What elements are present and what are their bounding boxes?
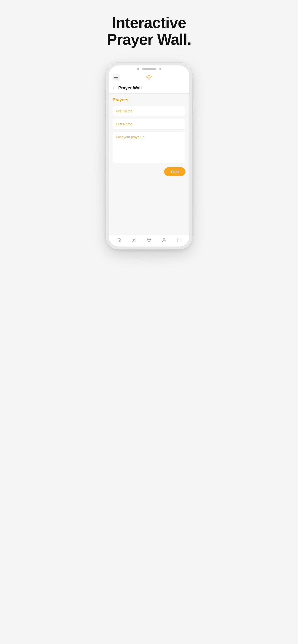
logo-icon <box>145 74 153 81</box>
page-header: ← Prayer Wall <box>109 83 189 94</box>
headline-line2: Prayer Wall. <box>107 31 191 48</box>
first-name-input[interactable] <box>112 106 186 116</box>
speaker-grille <box>142 68 157 70</box>
form-content: Prayers Post <box>109 94 189 234</box>
phone-mockup: ← Prayer Wall Prayers Post <box>99 62 199 250</box>
headline-line1: Interactive <box>112 14 186 32</box>
phone-frame: ← Prayer Wall Prayers Post <box>106 62 192 250</box>
sensor-icon <box>159 68 161 70</box>
chat-icon <box>131 238 136 243</box>
home-icon <box>116 238 121 243</box>
app-header <box>109 72 189 83</box>
svg-point-3 <box>148 239 150 240</box>
page-headline: Interactive Prayer Wall. <box>107 14 191 48</box>
post-button[interactable]: Post <box>164 167 186 176</box>
nav-location[interactable] <box>146 238 152 243</box>
page-title: Prayer Wall <box>118 86 141 90</box>
hamburger-line <box>114 76 118 76</box>
news-icon <box>177 238 182 243</box>
prayers-section-label: Prayers <box>112 98 186 102</box>
hamburger-menu-button[interactable] <box>112 74 120 80</box>
nav-person[interactable] <box>162 238 167 243</box>
bottom-navigation <box>109 234 189 246</box>
svg-point-0 <box>148 78 150 80</box>
last-name-input[interactable] <box>112 119 186 130</box>
nav-news[interactable] <box>177 238 182 243</box>
svg-point-4 <box>163 238 165 240</box>
nav-chat[interactable] <box>131 238 136 243</box>
post-button-row: Post <box>112 167 186 176</box>
location-icon <box>146 238 152 243</box>
person-icon <box>162 238 167 243</box>
phone-screen: ← Prayer Wall Prayers Post <box>109 66 189 246</box>
hamburger-line <box>114 77 118 78</box>
back-arrow-icon[interactable]: ← <box>112 86 116 90</box>
hamburger-line <box>114 78 118 79</box>
phone-notch <box>109 66 189 72</box>
app-logo <box>145 74 153 81</box>
nav-home[interactable] <box>116 238 121 243</box>
camera-icon <box>137 68 139 70</box>
prayer-textarea[interactable] <box>112 132 186 163</box>
